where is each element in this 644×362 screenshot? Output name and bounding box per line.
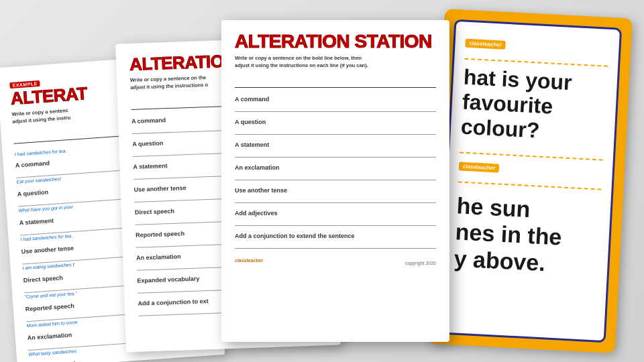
yellow-inner: classteacher hat is your favourite colou…: [438, 19, 622, 343]
scene: EXAMPLE ALTERAT Write or copy a sentenc …: [0, 0, 644, 362]
main-section-exclamation: An exclamation: [235, 164, 436, 180]
main-section-question: A question: [235, 119, 436, 135]
yellow-poster: classteacher hat is your favourite colou…: [427, 9, 633, 353]
yellow-bottom: he sunnes in they above.: [453, 193, 601, 279]
main-section-conjunction: Add a conjunction to extend the sentence: [235, 233, 436, 249]
main-subtitle: Write or copy a sentence on the bold lin…: [235, 55, 436, 69]
main-section-statement: A statement: [235, 141, 436, 158]
yellow-dashes-bot: [458, 182, 602, 190]
main-write-line: [235, 77, 436, 88]
yellow-badge: classteacher: [465, 39, 506, 50]
yellow-question: hat is your favourite colour?: [460, 65, 607, 146]
yellow-dashes-mid: [460, 152, 603, 161]
main-copyright: copyright 2020: [405, 261, 436, 265]
main-section-adjectives: Add adjectives: [235, 210, 436, 226]
main-section-command: A command: [235, 96, 436, 112]
worksheet-main: ALTERATION STATION Write or copy a sente…: [221, 20, 449, 342]
main-classteacher: classteacher: [235, 258, 263, 263]
main-title: ALTERATION STATION: [235, 32, 436, 51]
yellow-badge-2: classteacher: [459, 162, 500, 173]
main-section-tense: Use another tense: [235, 187, 436, 203]
